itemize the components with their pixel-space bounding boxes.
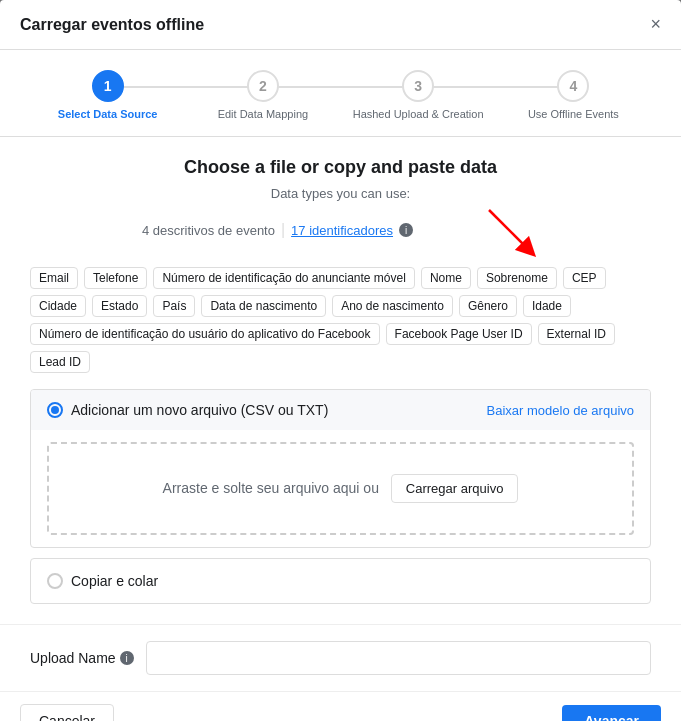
tag-item: Cidade — [30, 295, 86, 317]
tag-item: Estado — [92, 295, 147, 317]
event-count: 4 descritivos de evento — [142, 223, 275, 238]
step-label-1: Select Data Source — [58, 108, 158, 120]
next-button[interactable]: Avançar — [562, 705, 661, 721]
tag-item: Gênero — [459, 295, 517, 317]
upload-name-info-icon[interactable]: i — [120, 651, 134, 665]
info-icon[interactable]: i — [399, 223, 413, 237]
step-circle-3: 3 — [402, 70, 434, 102]
tag-item: Nome — [421, 267, 471, 289]
radio-button-copy-paste[interactable] — [47, 573, 63, 589]
download-template-link[interactable]: Baixar modelo de arquivo — [487, 403, 634, 418]
step-2: 2 Edit Data Mapping — [185, 70, 340, 120]
copy-paste-label: Copiar e colar — [71, 573, 158, 589]
data-types-label: Data types you can use: — [30, 186, 651, 201]
tags-container: EmailTelefoneNúmero de identificação do … — [30, 267, 651, 373]
step-circle-4: 4 — [557, 70, 589, 102]
step-3: 3 Hashed Upload & Creation — [341, 70, 496, 120]
tag-item: Idade — [523, 295, 571, 317]
tag-item: Número de identificação do anunciante mó… — [153, 267, 414, 289]
tag-item: External ID — [538, 323, 615, 345]
divider: | — [281, 221, 285, 239]
svg-line-0 — [489, 210, 529, 250]
dropzone[interactable]: Arraste e solte seu arquivo aqui ou Carr… — [47, 442, 634, 535]
tag-item: CEP — [563, 267, 606, 289]
step-label-3: Hashed Upload & Creation — [353, 108, 484, 120]
step-circle-2: 2 — [247, 70, 279, 102]
upload-file-button[interactable]: Carregar arquivo — [391, 474, 519, 503]
modal-title: Carregar eventos offline — [20, 16, 204, 34]
radio-button-file[interactable] — [47, 402, 63, 418]
tag-item: Lead ID — [30, 351, 90, 373]
tag-item: Data de nascimento — [201, 295, 326, 317]
step-4: 4 Use Offline Events — [496, 70, 651, 120]
modal-footer: Cancelar Avançar — [0, 691, 681, 721]
step-1: 1 Select Data Source — [30, 70, 185, 120]
identifier-count[interactable]: 17 identificadores — [291, 223, 393, 238]
cancel-button[interactable]: Cancelar — [20, 704, 114, 721]
tag-item: Número de identificação do usuário do ap… — [30, 323, 380, 345]
copy-paste-section[interactable]: Copiar e colar — [30, 558, 651, 604]
tag-item: Facebook Page User ID — [386, 323, 532, 345]
step-circle-1: 1 — [92, 70, 124, 102]
tag-item: País — [153, 295, 195, 317]
tag-item: Sobrenome — [477, 267, 557, 289]
tag-item: Telefone — [84, 267, 147, 289]
upload-name-section: Upload Name i — [0, 624, 681, 691]
stepper: 1 Select Data Source 2 Edit Data Mapping… — [0, 50, 681, 137]
step-label-2: Edit Data Mapping — [218, 108, 309, 120]
red-arrow-icon — [479, 205, 539, 255]
tag-item: Email — [30, 267, 78, 289]
close-button[interactable]: × — [650, 14, 661, 35]
step-label-4: Use Offline Events — [528, 108, 619, 120]
section-title: Choose a file or copy and paste data — [30, 157, 651, 178]
upload-option-label[interactable]: Adicionar um novo arquivo (CSV ou TXT) — [47, 402, 328, 418]
tag-item: Ano de nascimento — [332, 295, 453, 317]
upload-name-label: Upload Name i — [30, 650, 134, 666]
upload-name-input[interactable] — [146, 641, 651, 675]
dropzone-text: Arraste e solte seu arquivo aqui ou — [163, 480, 379, 496]
upload-section: Adicionar um novo arquivo (CSV ou TXT) B… — [30, 389, 651, 548]
